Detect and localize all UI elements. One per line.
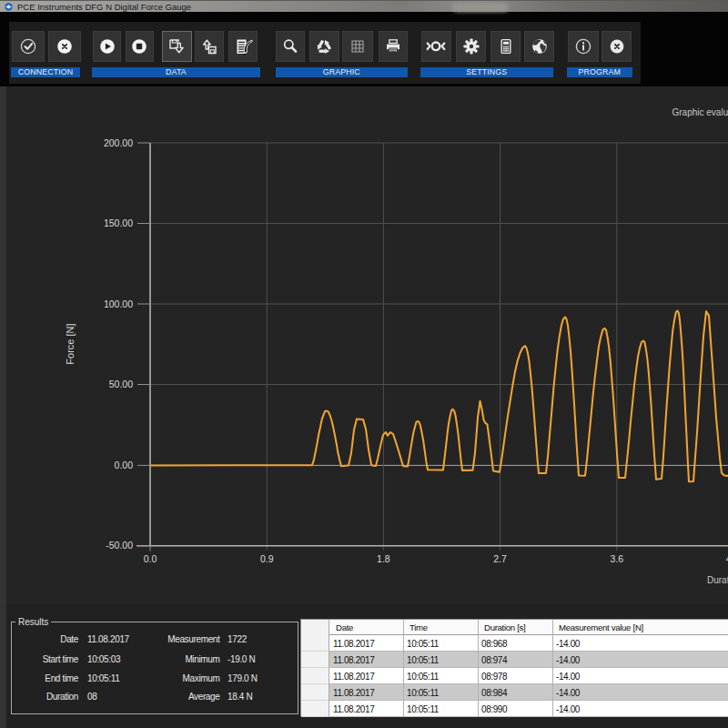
svg-text:Graphic evaluation: Graphic evaluation: [672, 107, 728, 117]
svg-text:50.00: 50.00: [109, 379, 133, 389]
svg-text:1.8: 1.8: [377, 553, 390, 564]
svg-text:-50.00: -50.00: [106, 540, 133, 551]
svg-text:100.00: 100.00: [104, 298, 133, 309]
svg-text:Force [N]: Force [N]: [65, 323, 76, 364]
svg-text:0.9: 0.9: [260, 553, 274, 564]
svg-text:150.00: 150.00: [104, 217, 133, 228]
svg-text:Duration [s]: Duration [s]: [707, 575, 728, 585]
svg-text:2.7: 2.7: [493, 553, 507, 564]
svg-text:0.0: 0.0: [144, 553, 157, 564]
svg-text:200.00: 200.00: [104, 137, 133, 148]
svg-text:0.00: 0.00: [115, 460, 134, 470]
svg-text:3.6: 3.6: [610, 553, 623, 564]
